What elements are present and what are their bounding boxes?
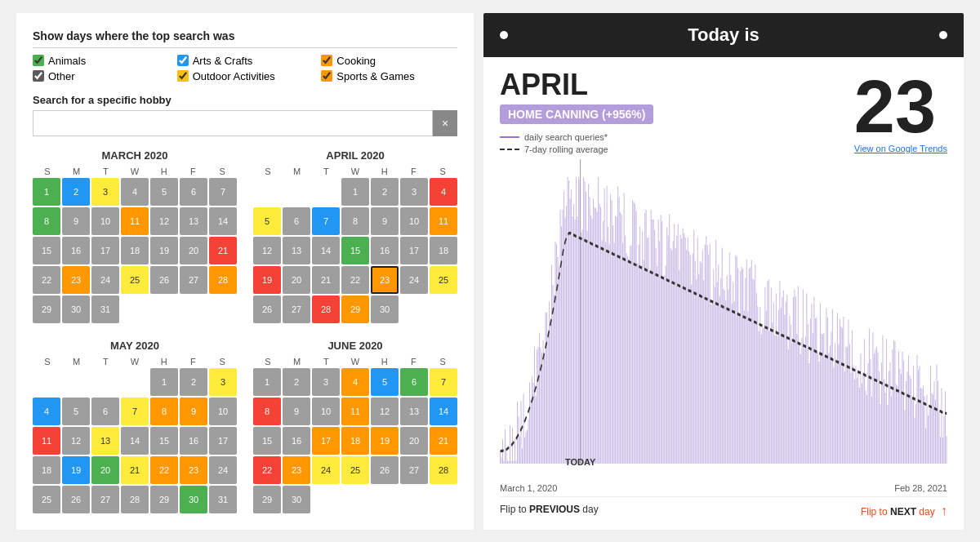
calendar-day[interactable]: 7	[312, 207, 340, 235]
calendar-day[interactable]: 28	[312, 295, 340, 323]
calendar-day[interactable]: 13	[283, 237, 310, 264]
calendar-day[interactable]: 5	[150, 178, 178, 206]
checkbox-item[interactable]: Outdoor Activities	[177, 70, 314, 82]
calendar-day[interactable]: 22	[253, 456, 281, 484]
calendar-day[interactable]: 24	[91, 266, 119, 294]
calendar-day[interactable]: 27	[180, 266, 207, 294]
calendar-day[interactable]: 26	[371, 456, 399, 484]
calendar-day[interactable]: 5	[371, 368, 399, 396]
calendar-day[interactable]: 16	[371, 237, 399, 264]
calendar-day[interactable]: 10	[400, 207, 428, 235]
calendar-day[interactable]: 15	[33, 237, 60, 264]
calendar-day[interactable]: 6	[91, 398, 119, 425]
calendar-day[interactable]: 1	[253, 368, 281, 396]
calendar-day[interactable]: 26	[150, 266, 178, 294]
calendar-day[interactable]: 20	[283, 266, 310, 294]
calendar-day[interactable]: 18	[341, 427, 369, 455]
calendar-day[interactable]: 20	[400, 427, 428, 455]
calendar-day[interactable]: 3	[209, 368, 237, 396]
calendar-day[interactable]: 10	[91, 207, 119, 235]
calendar-day[interactable]: 27	[283, 295, 310, 323]
calendar-day[interactable]: 26	[62, 486, 90, 513]
calendar-day[interactable]: 17	[312, 427, 340, 455]
calendar-day[interactable]: 13	[180, 207, 207, 235]
checkbox-item[interactable]: Sports & Games	[321, 70, 457, 82]
calendar-day[interactable]: 23	[283, 456, 310, 484]
calendar-day[interactable]: 24	[209, 456, 237, 484]
calendar-day[interactable]: 11	[121, 207, 149, 235]
calendar-day[interactable]: 21	[430, 427, 457, 455]
calendar-day[interactable]: 15	[341, 237, 369, 264]
calendar-day[interactable]: 11	[341, 398, 369, 425]
calendar-day[interactable]: 12	[253, 237, 281, 264]
calendar-day[interactable]: 27	[400, 456, 428, 484]
google-trends-link[interactable]: View on Google Trends	[854, 144, 947, 153]
calendar-day[interactable]: 8	[253, 398, 281, 425]
calendar-day[interactable]: 17	[209, 427, 237, 455]
calendar-day[interactable]: 6	[180, 178, 207, 206]
calendar-day[interactable]: 8	[150, 398, 178, 425]
checkbox-arts-&-crafts[interactable]	[177, 55, 189, 66]
calendar-day[interactable]: 28	[430, 456, 457, 484]
calendar-day[interactable]: 23	[180, 456, 207, 484]
calendar-day[interactable]: 14	[209, 207, 237, 235]
calendar-day[interactable]: 16	[180, 427, 207, 455]
checkbox-cooking[interactable]	[321, 55, 332, 66]
calendar-day[interactable]: 14	[312, 237, 340, 264]
calendar-day[interactable]: 4	[430, 178, 457, 206]
calendar-day[interactable]: 31	[91, 295, 119, 323]
checkbox-item[interactable]: Animals	[33, 55, 169, 67]
checkbox-item[interactable]: Other	[33, 70, 169, 82]
calendar-day[interactable]: 4	[341, 368, 369, 396]
calendar-day[interactable]: 22	[33, 266, 60, 294]
calendar-day[interactable]: 5	[253, 207, 281, 235]
calendar-day[interactable]: 1	[33, 178, 60, 206]
calendar-day[interactable]: 30	[62, 295, 90, 323]
calendar-day[interactable]: 24	[400, 266, 428, 294]
calendar-day[interactable]: 21	[312, 266, 340, 294]
calendar-day[interactable]: 16	[283, 427, 310, 455]
calendar-day[interactable]: 7	[430, 368, 457, 396]
checkbox-sports-&-games[interactable]	[321, 70, 332, 82]
calendar-day[interactable]: 12	[62, 427, 90, 455]
calendar-day[interactable]: 19	[253, 266, 281, 294]
calendar-day[interactable]: 25	[430, 266, 457, 294]
calendar-day[interactable]: 6	[400, 368, 428, 396]
calendar-day[interactable]: 10	[209, 398, 237, 425]
calendar-day[interactable]: 29	[341, 295, 369, 323]
calendar-day[interactable]: 17	[400, 237, 428, 264]
calendar-day[interactable]: 1	[150, 368, 178, 396]
calendar-day[interactable]: 2	[180, 368, 207, 396]
calendar-day[interactable]: 9	[62, 207, 90, 235]
calendar-day[interactable]: 12	[371, 398, 399, 425]
calendar-day[interactable]: 16	[62, 237, 90, 264]
checkbox-item[interactable]: Cooking	[321, 55, 457, 67]
calendar-day[interactable]: 25	[121, 266, 149, 294]
calendar-day[interactable]: 15	[150, 427, 178, 455]
calendar-day[interactable]: 22	[150, 456, 178, 484]
calendar-day[interactable]: 25	[341, 456, 369, 484]
calendar-day[interactable]: 13	[400, 398, 428, 425]
calendar-day[interactable]: 29	[150, 486, 178, 513]
calendar-day[interactable]: 12	[150, 207, 178, 235]
calendar-day[interactable]: 18	[33, 456, 60, 484]
calendar-day[interactable]: 30	[371, 295, 399, 323]
calendar-day[interactable]: 3	[91, 178, 119, 206]
calendar-day[interactable]: 1	[341, 178, 369, 206]
calendar-day[interactable]: 30	[283, 486, 310, 513]
calendar-day[interactable]: 2	[62, 178, 90, 206]
calendar-day[interactable]: 23	[62, 266, 90, 294]
calendar-day[interactable]: 23	[371, 266, 399, 294]
calendar-day[interactable]: 24	[312, 456, 340, 484]
calendar-day[interactable]: 17	[91, 237, 119, 264]
calendar-day[interactable]: 18	[430, 237, 457, 264]
calendar-day[interactable]: 19	[371, 427, 399, 455]
calendar-day[interactable]: 5	[62, 398, 90, 425]
calendar-day[interactable]: 6	[283, 207, 310, 235]
calendar-day[interactable]: 21	[209, 237, 237, 264]
calendar-day[interactable]: 21	[121, 456, 149, 484]
calendar-day[interactable]: 28	[209, 266, 237, 294]
calendar-day[interactable]: 29	[33, 295, 60, 323]
calendar-day[interactable]: 29	[253, 486, 281, 513]
calendar-day[interactable]: 19	[150, 237, 178, 264]
